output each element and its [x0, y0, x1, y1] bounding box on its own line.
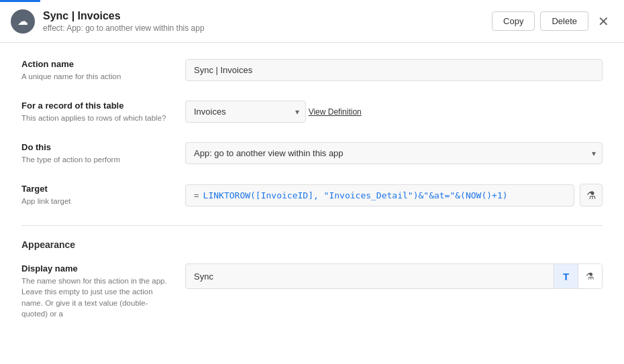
- target-input-col: = LINKTOROW([InvoiceID], "Invoices_Detai…: [185, 184, 603, 206]
- display-name-input-col: T ⚗: [185, 263, 603, 289]
- display-name-label: Display name: [21, 263, 169, 274]
- display-flask-icon: ⚗: [586, 271, 594, 282]
- flask-display-button[interactable]: ⚗: [578, 264, 602, 288]
- do-this-label-col: Do this The type of action to perform: [21, 142, 169, 165]
- action-title: Sync | Invoices: [43, 10, 205, 22]
- close-icon: ✕: [598, 14, 609, 29]
- action-name-input[interactable]: [185, 59, 603, 81]
- delete-button[interactable]: Delete: [540, 11, 588, 31]
- top-bar: ☁ Sync | Invoices effect: App: go to ano…: [0, 0, 624, 43]
- target-input-row: = LINKTOROW([InvoiceID], "Invoices_Detai…: [185, 184, 603, 206]
- table-label: For a record of this table: [21, 101, 169, 111]
- action-subtitle: effect: App: go to another view within t…: [43, 23, 205, 33]
- view-definition-link[interactable]: View Definition: [309, 107, 362, 117]
- do-this-row: Do this The type of action to perform Ap…: [21, 142, 603, 165]
- action-name-desc: A unique name for this action: [21, 71, 169, 82]
- target-label: Target: [21, 184, 169, 194]
- cloud-icon: ☁: [11, 9, 35, 34]
- do-this-select-wrapper: App: go to another view within this app …: [185, 142, 603, 164]
- section-divider: [21, 225, 603, 226]
- display-name-label-col: Display name The name shown for this act…: [21, 263, 169, 318]
- table-input-col: Invoices Customers Orders ▾ View Definit…: [185, 101, 603, 123]
- target-label-col: Target App link target: [21, 184, 169, 206]
- action-name-row: Action name A unique name for this actio…: [21, 59, 603, 82]
- title-block: Sync | Invoices effect: App: go to anoth…: [43, 10, 205, 33]
- display-name-desc: The name shown for this action in the ap…: [21, 276, 169, 318]
- target-formula-wrapper[interactable]: = LINKTOROW([InvoiceID], "Invoices_Detai…: [185, 184, 574, 206]
- table-row: For a record of this table This action a…: [21, 101, 603, 123]
- table-select-wrapper: Invoices Customers Orders ▾: [185, 101, 306, 123]
- target-field-row: Target App link target = LINKTOROW([Invo…: [21, 184, 603, 206]
- target-desc: App link target: [21, 196, 169, 206]
- table-label-col: For a record of this table This action a…: [21, 101, 169, 123]
- action-name-input-col: [185, 59, 603, 81]
- appearance-section-title: Appearance: [21, 239, 603, 250]
- do-this-desc: The type of action to perform: [21, 154, 169, 165]
- target-flask-button[interactable]: ⚗: [580, 184, 603, 206]
- do-this-label: Do this: [21, 142, 169, 152]
- text-format-button[interactable]: T: [554, 264, 578, 288]
- top-bar-right: Copy Delete ✕: [492, 11, 613, 31]
- do-this-select[interactable]: App: go to another view within this app …: [185, 142, 603, 164]
- copy-button[interactable]: Copy: [492, 11, 535, 31]
- table-desc: This action applies to rows of which tab…: [21, 113, 169, 123]
- do-this-input-col: App: go to another view within this app …: [185, 142, 603, 164]
- content-area: Action name A unique name for this actio…: [0, 43, 624, 364]
- action-name-label-col: Action name A unique name for this actio…: [21, 59, 169, 82]
- progress-bar: [0, 0, 40, 2]
- formula-text: LINKTOROW([InvoiceID], "Invoices_Detail"…: [203, 190, 508, 200]
- display-name-row: Display name The name shown for this act…: [21, 263, 603, 318]
- display-name-input[interactable]: [186, 266, 554, 287]
- table-select[interactable]: Invoices Customers Orders: [185, 101, 306, 123]
- equals-sign: =: [194, 190, 199, 200]
- top-bar-left: ☁ Sync | Invoices effect: App: go to ano…: [11, 9, 205, 34]
- flask-icon: ⚗: [586, 189, 596, 202]
- action-name-label: Action name: [21, 59, 169, 69]
- text-icon: T: [563, 271, 569, 282]
- display-name-input-wrapper: T ⚗: [185, 263, 603, 289]
- close-button[interactable]: ✕: [594, 15, 613, 28]
